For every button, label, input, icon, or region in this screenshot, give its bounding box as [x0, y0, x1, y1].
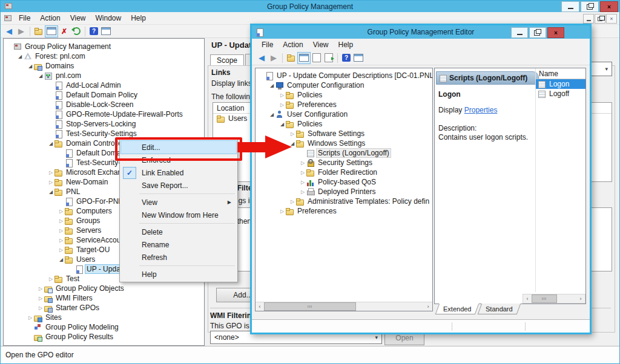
list-item[interactable]: Logon	[536, 79, 585, 89]
tab-extended[interactable]: Extended	[435, 304, 480, 314]
collapsed-toggle-icon[interactable]: ▷	[279, 93, 286, 98]
tree-item[interactable]: GPO-Remote-Update-Firewall-Ports	[4, 109, 204, 119]
collapsed-toggle-icon[interactable]: ▷	[58, 228, 65, 233]
editor-menu-view[interactable]: View	[308, 39, 334, 50]
back-icon[interactable]: ◀	[256, 53, 268, 63]
collapsed-toggle-icon[interactable]: ▷	[58, 218, 65, 224]
child-restore-button[interactable]	[595, 14, 605, 24]
minimize-button[interactable]	[561, 1, 579, 12]
scroll-right-icon[interactable]: ›	[424, 303, 432, 310]
tree-item[interactable]: ▷Starter GPOs	[4, 303, 204, 313]
collapsed-toggle-icon[interactable]: ▷	[289, 199, 296, 204]
editor-menu-action[interactable]: Action	[278, 39, 308, 50]
editor-menu-help[interactable]: Help	[334, 39, 358, 50]
menu-item-view[interactable]: View▶	[121, 196, 236, 209]
tree-item[interactable]: ▷Sites	[4, 313, 204, 322]
tree-item[interactable]: ▷Preferences	[256, 206, 432, 216]
scrollbar-thumb[interactable]: III	[532, 294, 557, 303]
tree-item[interactable]: ◢pnl.com	[4, 71, 204, 80]
show-console-tree-icon[interactable]	[45, 25, 58, 37]
forward-icon[interactable]: ▶	[268, 53, 280, 63]
menu-item-delete[interactable]: Delete	[121, 226, 236, 238]
new-window-icon[interactable]	[352, 53, 364, 63]
tree-item[interactable]: ▷Policy-based QoS	[256, 177, 432, 187]
scrollbar-thumb[interactable]: III	[264, 302, 356, 311]
scroll-left-icon[interactable]: ‹	[523, 295, 532, 302]
tree-item[interactable]: ◢Forest: pnl.com	[4, 51, 204, 61]
collapsed-toggle-icon[interactable]: ▷	[27, 315, 34, 320]
tree-item[interactable]: ▷Security Settings	[256, 158, 432, 167]
editor-menu-file[interactable]: File	[257, 39, 278, 50]
collapsed-toggle-icon[interactable]: ▷	[58, 209, 65, 214]
collapsed-toggle-icon[interactable]: ▷	[47, 276, 54, 282]
tree-item[interactable]: Stop-Servers-Locking	[4, 119, 204, 129]
menu-item-refresh[interactable]: Refresh	[121, 251, 236, 264]
expanded-toggle-icon[interactable]: ◢	[47, 189, 54, 195]
up-one-level-icon[interactable]	[33, 26, 45, 37]
refresh-icon[interactable]	[70, 26, 82, 37]
scroll-left-icon[interactable]: ‹	[256, 303, 264, 310]
editor-minimize-button[interactable]	[511, 27, 528, 38]
tree-item[interactable]: ▷Deployed Printers	[256, 187, 432, 197]
tree-item[interactable]: Group Policy Management	[4, 42, 204, 51]
editor-maximize-button[interactable]	[529, 27, 546, 38]
menu-file[interactable]: File	[14, 13, 35, 24]
menu-view[interactable]: View	[65, 13, 91, 24]
menu-help[interactable]: Help	[126, 13, 151, 24]
tree-item[interactable]: Disable-Lock-Screen	[4, 100, 204, 109]
delete-icon[interactable]: ✗	[58, 26, 70, 37]
tab-standard[interactable]: Standard	[478, 304, 521, 314]
scroll-right-icon[interactable]: ›	[576, 295, 585, 302]
tree-item[interactable]: UP - Update Computer Descriptions [DC-01…	[256, 71, 432, 80]
expanded-toggle-icon[interactable]: ◢	[27, 63, 34, 69]
tree-item[interactable]: ◢Domains	[4, 61, 204, 71]
tree-item[interactable]: Default Domain Policy	[4, 90, 204, 100]
properties-link[interactable]: Properties	[464, 106, 498, 114]
tree-item[interactable]: ◢Policies	[256, 119, 432, 129]
collapsed-toggle-icon[interactable]: ▷	[279, 209, 286, 214]
collapsed-toggle-icon[interactable]: ▷	[58, 238, 65, 243]
export-list-icon[interactable]	[323, 53, 335, 63]
new-window-icon[interactable]	[100, 26, 112, 37]
expanded-toggle-icon[interactable]: ◢	[47, 141, 54, 146]
collapsed-toggle-icon[interactable]: ▷	[58, 247, 65, 253]
tree-item[interactable]: Group Policy Modeling	[4, 322, 204, 332]
menu-item-link-enabled[interactable]: ✓Link Enabled	[121, 166, 236, 179]
collapsed-toggle-icon[interactable]: ▷	[47, 170, 54, 175]
menu-item-save-report[interactable]: Save Report...	[121, 179, 236, 192]
expanded-toggle-icon[interactable]: ◢	[16, 54, 24, 59]
collapsed-toggle-icon[interactable]: ▷	[37, 286, 44, 291]
collapsed-toggle-icon[interactable]: ▷	[37, 305, 44, 311]
expanded-toggle-icon[interactable]: ◢	[37, 73, 44, 79]
tree-item[interactable]: ◢User Configuration	[256, 109, 432, 119]
tab-scope[interactable]: Scope	[210, 54, 244, 67]
help-icon[interactable]: ?	[88, 26, 100, 37]
editor-tree-hscrollbar[interactable]: ‹ III ›	[256, 302, 432, 311]
tree-item[interactable]: ▷Policies	[256, 90, 432, 100]
tree-item[interactable]: ▷Folder Redirection	[256, 167, 432, 177]
collapsed-toggle-icon[interactable]: ▷	[299, 160, 306, 166]
menu-item-rename[interactable]: Rename	[121, 238, 236, 251]
expanded-toggle-icon[interactable]: ◢	[58, 257, 65, 262]
menu-item-help[interactable]: Help	[121, 268, 236, 281]
menu-window[interactable]: Window	[91, 13, 127, 24]
collapsed-toggle-icon[interactable]: ▷	[37, 296, 44, 301]
expanded-toggle-icon[interactable]: ◢	[268, 83, 275, 88]
child-close-button[interactable]: ×	[606, 14, 617, 24]
tree-item[interactable]: ▷Administrative Templates: Policy defin	[256, 197, 432, 206]
collapsed-toggle-icon[interactable]: ▷	[299, 189, 306, 195]
collapsed-toggle-icon[interactable]: ▷	[299, 180, 306, 185]
menu-action[interactable]: Action	[35, 13, 65, 24]
items-list-header[interactable]: Name	[536, 68, 585, 79]
expanded-toggle-icon[interactable]: ◢	[268, 112, 275, 117]
up-one-level-icon[interactable]	[285, 53, 297, 63]
forward-icon[interactable]: ▶	[15, 26, 27, 37]
tree-item[interactable]: ▷WMI Filters	[4, 293, 204, 303]
list-item[interactable]: Logoff	[536, 89, 585, 99]
tree-item[interactable]: ▷Group Policy Objects	[4, 284, 204, 293]
help-icon[interactable]: ?	[340, 53, 352, 63]
tree-item[interactable]: Group Policy Results	[4, 332, 204, 342]
result-pane-hscrollbar[interactable]: ‹ III ›	[523, 294, 585, 304]
menu-item-new-window-from-here[interactable]: New Window from Here	[121, 209, 236, 221]
back-icon[interactable]: ◀	[3, 26, 15, 37]
